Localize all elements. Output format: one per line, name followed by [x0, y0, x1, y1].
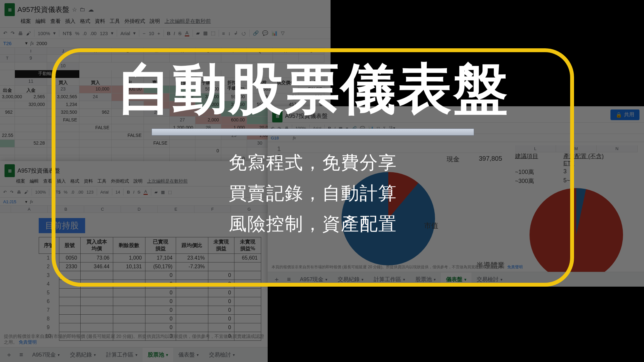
font-size-increase-icon[interactable]: +: [157, 31, 160, 36]
font-size-input[interactable]: 10: [149, 31, 154, 36]
cell[interactable]: 0: [145, 289, 176, 297]
print-icon[interactable]: 🖶: [18, 31, 23, 36]
share-button[interactable]: 🔒 共用: [610, 110, 639, 120]
increase-decimal-button[interactable]: .00: [90, 31, 97, 36]
redo-icon[interactable]: ↷: [10, 190, 14, 195]
cell[interactable]: 0: [145, 306, 176, 315]
cell[interactable]: 962: [0, 109, 15, 117]
cell[interactable]: [59, 289, 81, 297]
cell[interactable]: [81, 297, 113, 306]
disclaimer-link[interactable]: 免責聲明: [19, 339, 37, 345]
link-icon[interactable]: 🔗: [253, 30, 259, 36]
menu-file[interactable]: 檔案: [16, 178, 25, 184]
font-select[interactable]: Arial: [120, 31, 130, 36]
sheet-tab[interactable]: 股票池▾: [143, 348, 173, 362]
bold-button[interactable]: B: [167, 31, 171, 36]
cell[interactable]: [0, 140, 15, 148]
text-color-button[interactable]: A: [185, 30, 189, 36]
last-edit-note[interactable]: 上次編輯是在數秒前: [164, 18, 211, 25]
cell[interactable]: 0: [208, 306, 234, 315]
sheet-tab[interactable]: 交易檢討▾: [204, 348, 240, 362]
all-sheets-button[interactable]: ≡: [16, 348, 26, 362]
sheet-tab[interactable]: A957現金▾: [27, 348, 65, 362]
chevron-down-icon[interactable]: ▾: [58, 353, 60, 357]
chevron-down-icon[interactable]: ▾: [53, 30, 56, 36]
filter-icon[interactable]: ▽: [281, 30, 285, 36]
cell[interactable]: [113, 306, 145, 315]
chevron-down-icon[interactable]: ▾: [197, 353, 199, 357]
chevron-down-icon[interactable]: ▾: [135, 353, 137, 357]
formula-bar[interactable]: 2000: [36, 41, 47, 46]
cell[interactable]: 0: [208, 315, 234, 323]
cell[interactable]: [81, 306, 113, 315]
column-header[interactable]: I: [15, 48, 47, 55]
cell[interactable]: 22.55: [0, 132, 15, 140]
wrap-icon[interactable]: ↲: [234, 30, 238, 36]
cell[interactable]: [15, 109, 47, 117]
cell[interactable]: [176, 289, 208, 297]
name-box[interactable]: A1:J15: [3, 199, 23, 204]
cell[interactable]: [234, 297, 261, 306]
cell[interactable]: 0: [208, 297, 234, 306]
italic-button[interactable]: I: [174, 31, 175, 36]
column-header[interactable]: A: [11, 206, 48, 213]
undo-icon[interactable]: ↶: [3, 30, 7, 36]
cell[interactable]: [113, 297, 145, 306]
row-header[interactable]: 11: [15, 78, 47, 86]
column-header[interactable]: N: [597, 145, 638, 152]
cloud-icon[interactable]: ☁: [88, 6, 94, 13]
sheet-tab[interactable]: 交易紀錄▾: [65, 348, 101, 362]
print-icon[interactable]: 🖶: [17, 190, 21, 195]
cell[interactable]: [113, 315, 145, 323]
cell[interactable]: 0: [208, 323, 234, 332]
chevron-down-icon[interactable]: ▾: [25, 199, 27, 204]
cell[interactable]: 52.28: [15, 140, 47, 148]
menu-data[interactable]: 資料: [95, 18, 105, 25]
doc-title[interactable]: A957投資儀表盤: [17, 5, 69, 14]
cell[interactable]: [0, 101, 15, 109]
menu-help[interactable]: 說明: [150, 18, 160, 25]
chevron-down-icon[interactable]: ▾: [166, 353, 168, 357]
redo-icon[interactable]: ↷: [11, 30, 15, 36]
name-box[interactable]: T26: [3, 41, 23, 46]
font-size-decrease-icon[interactable]: −: [143, 31, 145, 36]
fill-color-icon[interactable]: ▰: [196, 30, 200, 36]
menu-addons[interactable]: 外掛程式: [124, 18, 145, 25]
cell[interactable]: [113, 323, 145, 332]
comment-icon[interactable]: 💬: [262, 30, 268, 36]
chart-icon[interactable]: 📊: [272, 30, 278, 36]
cell[interactable]: [81, 315, 113, 323]
column-header[interactable]: T: [0, 55, 15, 62]
cell[interactable]: [234, 323, 261, 332]
cell[interactable]: [234, 315, 261, 323]
menu-view[interactable]: 查看: [43, 178, 52, 184]
cell[interactable]: 0: [208, 289, 234, 297]
menu-tools[interactable]: 工具: [110, 18, 120, 25]
chevron-down-icon[interactable]: ▾: [25, 40, 28, 46]
cell[interactable]: [15, 117, 47, 124]
menu-view[interactable]: 查看: [50, 18, 61, 25]
percent-button[interactable]: %: [75, 31, 79, 36]
menu-format[interactable]: 格式: [80, 18, 90, 25]
undo-icon[interactable]: ↶: [3, 190, 7, 195]
chevron-down-icon[interactable]: ▾: [94, 353, 96, 357]
menu-file[interactable]: 檔案: [21, 18, 31, 25]
cell[interactable]: 320,000: [15, 101, 47, 109]
number-format-menu[interactable]: 123: [100, 31, 108, 36]
cell[interactable]: [15, 124, 47, 132]
cell[interactable]: 0: [145, 315, 176, 323]
paint-format-icon[interactable]: 🖌: [26, 31, 31, 36]
menu-edit[interactable]: 編輯: [35, 18, 46, 25]
cell[interactable]: [234, 306, 261, 315]
cell[interactable]: [0, 117, 15, 124]
cell[interactable]: [59, 323, 81, 332]
v-align-icon[interactable]: ↕: [228, 31, 231, 36]
decrease-decimal-button[interactable]: .0: [83, 31, 87, 36]
h-align-icon[interactable]: ≡: [222, 31, 225, 36]
sheet-tab[interactable]: 計算工作區▾: [101, 348, 143, 362]
cell[interactable]: [59, 315, 81, 323]
cell[interactable]: [234, 289, 261, 297]
chevron-down-icon[interactable]: ▾: [233, 353, 235, 357]
paint-format-icon[interactable]: 🖌: [24, 190, 28, 195]
menu-edit[interactable]: 編輯: [30, 178, 39, 184]
